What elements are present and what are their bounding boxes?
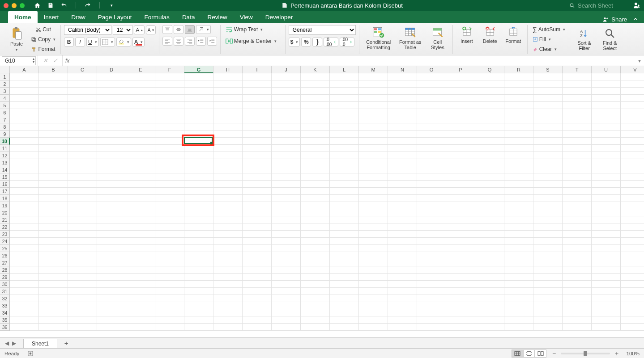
cell[interactable] [533, 302, 563, 309]
cell[interactable] [243, 231, 272, 238]
cell[interactable] [330, 159, 359, 166]
cell[interactable] [10, 209, 39, 216]
cell[interactable] [446, 231, 475, 238]
row-header[interactable]: 26 [0, 252, 10, 259]
cell[interactable] [39, 152, 68, 159]
cell[interactable] [213, 316, 243, 324]
cut-button[interactable]: Cut [29, 25, 57, 34]
cell[interactable] [504, 88, 533, 95]
cell[interactable] [446, 302, 475, 309]
cell[interactable] [97, 138, 126, 145]
cell[interactable] [301, 131, 330, 138]
number-format-select[interactable]: General [289, 25, 356, 35]
tab-insert[interactable]: Insert [38, 11, 65, 23]
cell[interactable] [563, 252, 592, 259]
cell[interactable] [475, 123, 504, 131]
column-header[interactable]: C [68, 66, 97, 73]
cell[interactable] [126, 252, 155, 259]
cell[interactable] [533, 202, 563, 209]
cell[interactable] [359, 231, 388, 238]
align-left-button[interactable] [162, 37, 172, 46]
cell[interactable] [359, 188, 388, 195]
cell[interactable] [243, 109, 272, 116]
cell[interactable] [533, 295, 563, 302]
cell[interactable] [388, 109, 417, 116]
cell[interactable] [533, 116, 563, 123]
cell[interactable] [330, 88, 359, 95]
cell[interactable] [155, 123, 184, 131]
cell[interactable] [330, 188, 359, 195]
cell[interactable] [39, 123, 68, 131]
cell[interactable] [417, 202, 446, 209]
cell[interactable] [592, 274, 621, 281]
column-header[interactable]: R [504, 66, 533, 73]
cell[interactable] [10, 188, 39, 195]
cell[interactable] [39, 131, 68, 138]
cell[interactable] [39, 238, 68, 245]
cell[interactable] [10, 245, 39, 252]
cell[interactable] [417, 252, 446, 259]
cell[interactable] [68, 173, 97, 181]
column-header[interactable]: H [213, 66, 243, 73]
cell[interactable] [213, 109, 243, 116]
cell[interactable] [417, 102, 446, 109]
cell[interactable] [213, 324, 243, 331]
cell[interactable] [184, 145, 213, 152]
cell[interactable] [563, 209, 592, 216]
cell[interactable] [10, 202, 39, 209]
cell[interactable] [446, 123, 475, 131]
cell[interactable] [184, 259, 213, 266]
cell[interactable] [533, 73, 563, 80]
cell[interactable] [563, 88, 592, 95]
cell[interactable] [475, 152, 504, 159]
cell[interactable] [272, 324, 301, 331]
column-header[interactable]: B [39, 66, 68, 73]
cell[interactable] [504, 152, 533, 159]
cell[interactable] [417, 173, 446, 181]
cell[interactable] [621, 295, 644, 302]
cell[interactable] [272, 88, 301, 95]
cell[interactable] [10, 109, 39, 116]
cell[interactable] [39, 274, 68, 281]
cell[interactable] [272, 188, 301, 195]
cell[interactable] [243, 123, 272, 131]
cell[interactable] [272, 116, 301, 123]
zoom-out-button[interactable]: − [551, 350, 557, 357]
cell[interactable] [417, 116, 446, 123]
cell[interactable] [563, 181, 592, 188]
cell[interactable] [272, 202, 301, 209]
cell[interactable] [446, 152, 475, 159]
cell[interactable] [10, 302, 39, 309]
zoom-in-button[interactable]: + [614, 350, 620, 357]
cell[interactable] [126, 223, 155, 231]
cell[interactable] [272, 181, 301, 188]
cell[interactable] [301, 259, 330, 266]
row-header[interactable]: 6 [0, 109, 10, 116]
cell[interactable] [592, 80, 621, 88]
cell[interactable] [388, 202, 417, 209]
cell[interactable] [155, 231, 184, 238]
cell[interactable] [417, 295, 446, 302]
cell[interactable] [533, 245, 563, 252]
cell[interactable] [243, 202, 272, 209]
cell[interactable] [504, 274, 533, 281]
cell[interactable] [417, 80, 446, 88]
cell[interactable] [97, 131, 126, 138]
cell[interactable] [446, 252, 475, 259]
cell[interactable] [301, 188, 330, 195]
cell[interactable] [39, 309, 68, 316]
cell[interactable] [39, 145, 68, 152]
cell[interactable] [68, 80, 97, 88]
cell[interactable] [301, 102, 330, 109]
cell[interactable] [563, 288, 592, 295]
cell[interactable] [330, 131, 359, 138]
cell[interactable] [97, 73, 126, 80]
cell[interactable] [388, 274, 417, 281]
cell[interactable] [388, 73, 417, 80]
cell[interactable] [10, 152, 39, 159]
cell[interactable] [475, 102, 504, 109]
cell[interactable] [272, 173, 301, 181]
cell[interactable] [359, 202, 388, 209]
cell[interactable] [533, 309, 563, 316]
cell[interactable] [272, 266, 301, 274]
